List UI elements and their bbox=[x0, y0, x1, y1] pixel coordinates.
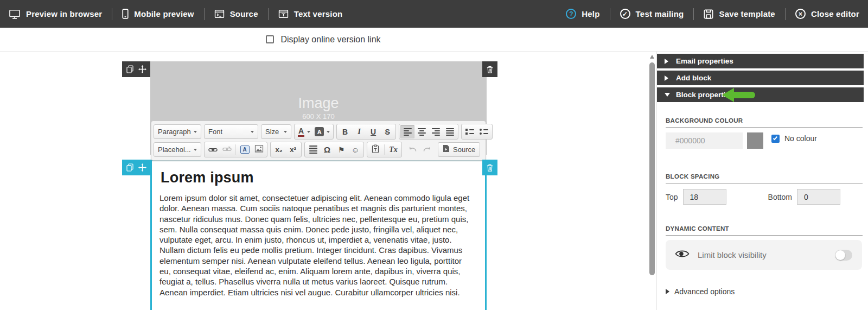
image-block-delete-button[interactable] bbox=[482, 61, 497, 77]
insert-image-button[interactable] bbox=[252, 143, 266, 156]
properties-sidebar: Email properties Add block Block propert… bbox=[656, 52, 868, 310]
spacing-top-input[interactable] bbox=[683, 189, 726, 205]
save-template-button[interactable]: Save template bbox=[703, 9, 776, 19]
numbered-list-button[interactable] bbox=[463, 125, 477, 138]
spacing-bottom-label: Bottom bbox=[768, 193, 792, 201]
background-colour-input[interactable] bbox=[666, 132, 743, 149]
panel-title: Add block bbox=[676, 74, 711, 82]
text-version-button[interactable]: Text version bbox=[277, 9, 344, 18]
spacing-bottom-input[interactable] bbox=[797, 189, 840, 205]
toolbar-row-1: Paragraph Font Size A A bbox=[154, 123, 483, 141]
text-block-heading[interactable]: Lorem ipsum bbox=[161, 169, 472, 186]
align-justify-button[interactable] bbox=[443, 125, 457, 138]
strikethrough-icon: S bbox=[385, 128, 390, 136]
close-editor-button[interactable]: × Close editor bbox=[794, 9, 860, 19]
horizontal-rule-button[interactable] bbox=[306, 143, 320, 156]
copy-icon[interactable] bbox=[126, 65, 133, 73]
image-block-handle[interactable] bbox=[122, 61, 150, 77]
source-button[interactable]: Source bbox=[438, 142, 480, 157]
text-color-button[interactable]: A bbox=[296, 125, 312, 138]
special-character-button[interactable]: Ω bbox=[320, 143, 334, 156]
colour-swatch[interactable] bbox=[747, 132, 763, 149]
insert-group: Ω ⚑ ☺ bbox=[304, 142, 364, 157]
superscript-button[interactable]: x² bbox=[286, 143, 300, 156]
paragraph-format-dropdown[interactable]: Paragraph bbox=[154, 124, 201, 139]
no-colour-label: No colour bbox=[784, 134, 817, 143]
preview-in-browser-button[interactable]: Preview in browser bbox=[8, 9, 103, 19]
help-button[interactable]: ? Help bbox=[565, 9, 601, 19]
size-dropdown[interactable]: Size bbox=[261, 124, 291, 139]
help-icon: ? bbox=[566, 9, 576, 19]
remove-format-button[interactable]: Tx bbox=[386, 143, 400, 156]
text-block-selected[interactable]: Lorem ipsum Lorem ipsum dolor sit amet, … bbox=[150, 160, 487, 310]
background-color-button[interactable]: A bbox=[312, 125, 332, 138]
subsup-group: x₂ x² bbox=[270, 142, 302, 157]
limit-block-visibility-label: Limit block visibility bbox=[698, 250, 767, 260]
redo-button[interactable] bbox=[420, 143, 434, 156]
check-circle-icon: ✓ bbox=[620, 9, 630, 19]
checkmark-icon bbox=[773, 135, 777, 140]
online-version-bar: Display online version link bbox=[0, 28, 868, 52]
divider bbox=[666, 183, 863, 184]
no-colour-checkbox[interactable] bbox=[771, 135, 780, 143]
panel-block-properties[interactable]: Block properties bbox=[657, 87, 864, 102]
remove-format-icon: Tx bbox=[389, 145, 398, 154]
limit-block-visibility-toggle[interactable] bbox=[835, 250, 852, 261]
align-left-button[interactable] bbox=[400, 125, 414, 138]
test-mailing-button[interactable]: ✓ Test mailing bbox=[619, 9, 685, 19]
canvas-scrollbar[interactable] bbox=[649, 52, 655, 310]
monitor-icon bbox=[9, 9, 21, 19]
test-mailing-label: Test mailing bbox=[636, 9, 684, 18]
subscript-button[interactable]: x₂ bbox=[272, 143, 286, 156]
bold-button[interactable]: B bbox=[338, 125, 352, 138]
advanced-options-toggle[interactable]: Advanced options bbox=[666, 287, 863, 296]
panel-email-properties[interactable]: Email properties bbox=[657, 54, 864, 68]
emoji-button[interactable]: ☺ bbox=[348, 143, 362, 156]
display-online-version-checkbox[interactable] bbox=[266, 35, 274, 43]
alignment-group bbox=[399, 124, 458, 140]
paste-text-button[interactable] bbox=[368, 143, 382, 156]
source-button-label: Source bbox=[453, 145, 475, 154]
align-right-button[interactable] bbox=[429, 125, 443, 138]
mobile-preview-button[interactable]: Mobile preview bbox=[121, 9, 195, 19]
text-block-delete-button[interactable] bbox=[482, 160, 497, 175]
bold-icon: B bbox=[342, 128, 348, 136]
unlink-button[interactable] bbox=[220, 143, 234, 156]
list-group bbox=[461, 124, 493, 140]
page-break-button[interactable]: ⚑ bbox=[334, 143, 348, 156]
text-block-body[interactable]: Lorem ipsum dolor sit amet, consectetuer… bbox=[159, 193, 472, 298]
source-view-button[interactable]: Source bbox=[213, 9, 259, 18]
chevron-down-icon bbox=[307, 131, 310, 133]
anchor-field-button[interactable]: A bbox=[238, 143, 252, 156]
italic-button[interactable]: I bbox=[352, 125, 366, 138]
align-center-button[interactable] bbox=[414, 125, 429, 138]
text-block-handle[interactable] bbox=[122, 160, 150, 175]
chevron-right-icon bbox=[665, 59, 668, 64]
toolbar-row-2: Placehol... bbox=[154, 141, 483, 159]
image-placeholder-label: Image bbox=[298, 96, 339, 112]
move-icon[interactable] bbox=[138, 65, 146, 73]
align-center-icon bbox=[418, 128, 426, 136]
no-colour-row[interactable]: No colour bbox=[771, 134, 817, 143]
scrollbar-thumb[interactable] bbox=[649, 62, 655, 275]
bullet-list-button[interactable] bbox=[477, 125, 491, 138]
display-online-version-row[interactable]: Display online version link bbox=[266, 35, 380, 45]
move-icon[interactable] bbox=[138, 163, 146, 172]
link-icon bbox=[208, 145, 218, 155]
chevron-down-icon bbox=[251, 131, 254, 133]
scroll-up-arrow-icon[interactable] bbox=[650, 55, 654, 59]
underline-button[interactable]: U bbox=[366, 125, 380, 138]
font-dropdown[interactable]: Font bbox=[204, 124, 258, 139]
panel-add-block[interactable]: Add block bbox=[657, 71, 864, 85]
align-left-icon bbox=[404, 128, 412, 136]
topbar: Preview in browser Mobile preview Source bbox=[0, 0, 868, 28]
link-button[interactable] bbox=[206, 143, 220, 156]
undo-button[interactable] bbox=[406, 143, 420, 156]
divider bbox=[268, 8, 269, 20]
strikethrough-button[interactable]: S bbox=[380, 125, 394, 138]
placeholder-dropdown[interactable]: Placehol... bbox=[154, 142, 201, 157]
limit-block-visibility-card: Limit block visibility bbox=[666, 240, 862, 270]
copy-icon[interactable] bbox=[126, 163, 133, 172]
help-label: Help bbox=[582, 9, 599, 18]
color-group: A A bbox=[294, 124, 334, 140]
